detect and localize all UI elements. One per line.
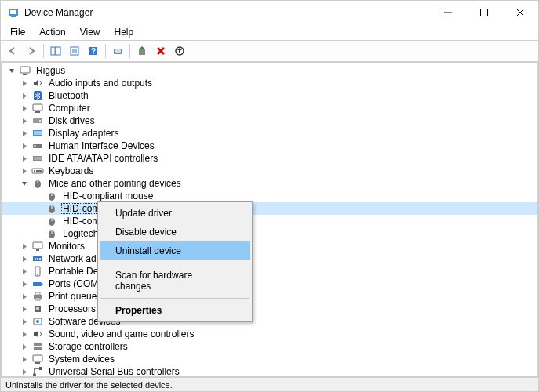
forward-button[interactable] [23,42,40,60]
tree-node-ide[interactable]: IDE ATA/ATAPI controllers [2,152,537,165]
menu-file[interactable]: File [4,25,31,39]
tree-node-hid-com[interactable]: HID-com [2,215,537,227]
software-device-icon [31,315,44,328]
tree-node-sound[interactable]: Sound, video and game controllers [2,328,537,340]
node-label: Bluetooth [47,90,90,101]
tree-node-disk[interactable]: Disk drives [2,114,537,127]
expander-icon[interactable] [19,303,30,314]
svg-rect-57 [35,292,40,295]
tree-node-portable[interactable]: Portable Dev [2,265,537,278]
node-label: IDE ATA/ATAPI controllers [47,153,159,164]
tree-node-mice[interactable]: Mice and other pointing devices [2,177,537,190]
tree-node-logitech[interactable]: Logitech [2,227,537,240]
menu-action[interactable]: Action [33,25,71,39]
node-label: Riggus [35,65,67,76]
ctx-update-driver[interactable]: Update driver [100,204,250,223]
ctx-scan-hardware[interactable]: Scan for hardware changes [100,266,250,296]
cpu-icon [31,303,44,315]
status-text: Uninstalls the driver for the selected d… [5,380,173,390]
tree-node-hid-com-selected[interactable]: HID-com [2,202,537,215]
tree-node-printq[interactable]: Print queues [2,290,537,303]
expander-icon[interactable] [19,241,30,252]
close-button[interactable] [502,1,538,24]
tree-node-monitors[interactable]: Monitors [2,240,537,252]
node-label: Audio inputs and outputs [47,78,154,89]
tree-node-usb[interactable]: Universal Serial Bus controllers [2,365,537,376]
expander-icon[interactable] [19,153,30,164]
svg-rect-17 [139,49,145,55]
expander-icon[interactable] [6,65,17,76]
svg-rect-20 [23,74,27,75]
expander-icon[interactable] [19,341,30,352]
disable-button[interactable] [171,42,188,60]
printer-icon [31,290,44,303]
svg-rect-2 [11,16,16,17]
node-label: Keyboards [47,165,95,176]
tree-node-ports[interactable]: Ports (COM & [2,278,537,290]
svg-point-54 [37,274,38,275]
expander-icon[interactable] [19,366,30,376]
scan-hardware-button[interactable] [109,42,126,60]
expander-icon[interactable] [19,316,30,327]
node-label: System devices [47,354,116,365]
help-button[interactable]: ? [85,42,102,60]
svg-rect-19 [20,67,30,73]
expander-icon[interactable] [19,178,30,189]
ctx-properties[interactable]: Properties [100,301,250,320]
svg-rect-23 [35,111,40,113]
ctx-uninstall-device[interactable]: Uninstall device [100,241,250,260]
content-area: Riggus Audio inputs and outputs Bluetoot… [1,62,538,377]
node-label: Portable Dev [47,266,104,277]
expander-icon[interactable] [19,115,30,126]
show-hide-tree-button[interactable] [47,42,64,60]
monitor-icon [31,240,44,252]
expander-icon[interactable] [19,354,30,365]
mouse-icon [46,227,58,240]
ctx-disable-device[interactable]: Disable device [100,223,250,241]
svg-rect-24 [33,118,42,123]
tree-node-computer[interactable]: Computer [2,102,537,114]
expander-icon[interactable] [19,278,30,289]
tree-node-display[interactable]: Display adapters [2,127,537,140]
expander-icon[interactable] [19,266,30,277]
expander-icon[interactable] [19,90,30,101]
tree-node-root[interactable]: Riggus [2,64,537,77]
expander-icon[interactable] [19,78,30,89]
tree-node-processors[interactable]: Processors [2,303,537,315]
tree-node-network[interactable]: Network ada [2,252,537,265]
expander-icon[interactable] [19,253,30,264]
tree-node-softdev[interactable]: Software devices [2,315,537,328]
sound-icon [31,328,44,340]
svg-point-50 [35,258,36,260]
system-device-icon [31,353,44,365]
menu-help[interactable]: Help [108,25,140,39]
mouse-icon [46,202,58,215]
uninstall-button[interactable] [152,42,169,60]
svg-rect-66 [35,362,40,364]
tree-node-keyboards[interactable]: Keyboards [2,165,537,177]
menu-view[interactable]: View [74,25,107,39]
mouse-icon [46,190,58,202]
tree-node-hid-mouse[interactable]: HID-compliant mouse [2,190,537,202]
expander-icon[interactable] [19,291,30,302]
back-button[interactable] [4,42,21,60]
expander-icon[interactable] [19,128,30,139]
tree-node-system[interactable]: System devices [2,353,537,365]
tree-scroll[interactable]: Riggus Audio inputs and outputs Bluetoot… [2,63,537,376]
maximize-button[interactable] [466,1,502,24]
toolbar-separator [105,44,106,58]
expander-icon[interactable] [19,103,30,114]
tree-node-bluetooth[interactable]: Bluetooth [2,89,537,102]
update-driver-button[interactable] [133,42,151,60]
minimize-button[interactable] [430,1,466,24]
storage-icon [31,340,44,353]
expander-icon[interactable] [19,140,30,151]
expander-icon[interactable] [19,165,30,176]
expander-icon[interactable] [19,328,30,339]
tree-node-hid[interactable]: Human Interface Devices [2,140,537,152]
svg-rect-7 [51,47,55,55]
tree-node-storage[interactable]: Storage controllers [2,340,537,353]
properties-button[interactable] [66,42,83,60]
tree-node-audio[interactable]: Audio inputs and outputs [2,77,537,89]
node-label: HID-com [61,216,101,227]
